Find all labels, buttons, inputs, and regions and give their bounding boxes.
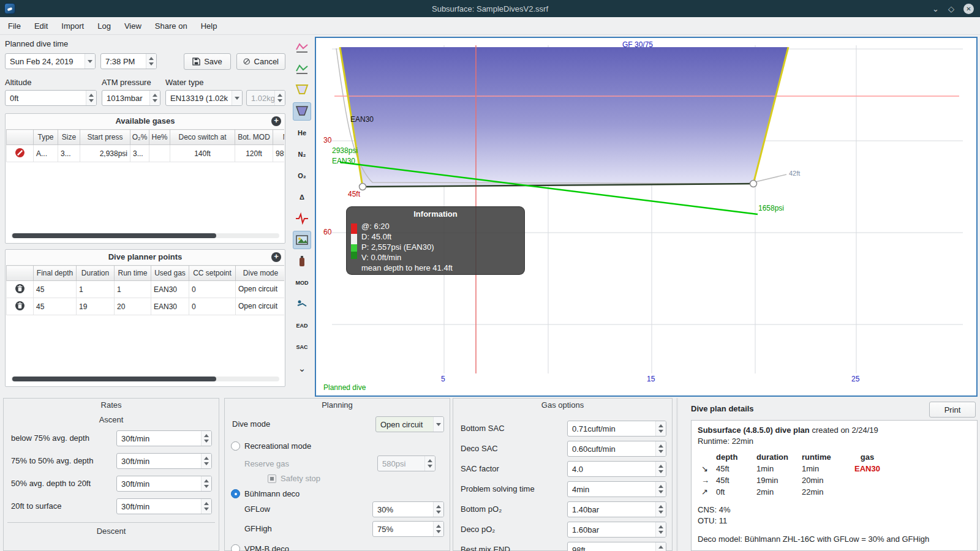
- toggle-dc-ceiling-icon[interactable]: [293, 81, 311, 99]
- gas-row[interactable]: A... 3... 2,938psi 3... 140ft 120ft 98f: [7, 145, 285, 162]
- altitude-spinbox[interactable]: 0ft: [5, 90, 97, 106]
- toggle-o2-graph-icon[interactable]: O₂: [293, 167, 311, 185]
- delete-point-icon[interactable]: [15, 283, 25, 294]
- spinner-arrows-icon[interactable]: [655, 502, 666, 517]
- toolbar-scroll-down-icon[interactable]: ⌄: [293, 359, 311, 378]
- deco-sac-spinbox[interactable]: 0.60cuft/min: [567, 441, 666, 457]
- column-header-mnd[interactable]: MN: [273, 130, 285, 145]
- toggle-he-graph-icon[interactable]: He: [293, 124, 311, 142]
- column-header[interactable]: [7, 266, 34, 281]
- available-gases-table[interactable]: Type Size Start press O₂% He% Deco switc…: [6, 129, 284, 162]
- spinner-arrows-icon[interactable]: [655, 462, 666, 476]
- toggle-heart-rate-icon[interactable]: [293, 209, 311, 228]
- recreational-mode-radio[interactable]: [231, 441, 240, 451]
- deco-po2-spinbox[interactable]: 1.60bar: [567, 522, 666, 538]
- ascent-rate-3-spinbox[interactable]: 30ft/min: [116, 476, 212, 492]
- ascent-rate-4-spinbox[interactable]: 30ft/min: [116, 498, 212, 514]
- toggle-tank-bar-icon[interactable]: [293, 252, 311, 271]
- gfhigh-spinbox[interactable]: 75%: [372, 521, 444, 537]
- delete-point-icon[interactable]: [15, 301, 25, 311]
- cancel-button[interactable]: Cancel: [236, 53, 285, 70]
- minimize-icon[interactable]: ⌄: [932, 5, 939, 13]
- menu-file[interactable]: File: [1, 19, 28, 33]
- spinner-arrows-icon[interactable]: [149, 91, 160, 105]
- cell[interactable]: 140ft: [170, 145, 235, 162]
- best-mix-end-spinbox[interactable]: 98ft: [567, 542, 666, 551]
- spinner-arrows-icon[interactable]: [86, 91, 96, 105]
- dive-profile-chart[interactable]: GF 30/75 30 60 5 15 25 EAN30 2938psi EAN…: [315, 37, 978, 397]
- toggle-ead-icon[interactable]: EAD: [293, 317, 311, 335]
- menu-view[interactable]: View: [118, 19, 148, 33]
- toggle-sac-icon[interactable]: SAC: [293, 338, 311, 356]
- toggle-pn2-graph-icon[interactable]: [293, 59, 311, 78]
- cell[interactable]: 98f: [273, 145, 285, 162]
- column-header-final-depth[interactable]: Final depth: [34, 266, 77, 281]
- bottom-po2-spinbox[interactable]: 1.40bar: [567, 501, 666, 517]
- toggle-calc-ceiling-icon[interactable]: [293, 102, 311, 121]
- spinner-arrows-icon[interactable]: [201, 454, 211, 468]
- buhlmann-deco-radio[interactable]: [231, 489, 240, 498]
- spinner-arrows-icon[interactable]: [655, 441, 666, 456]
- column-header-size[interactable]: Size: [58, 130, 80, 145]
- column-header-start-press[interactable]: Start press: [80, 130, 130, 145]
- scrollbar-thumb[interactable]: [12, 233, 216, 238]
- spinner-arrows-icon[interactable]: [655, 421, 666, 436]
- cell[interactable]: [7, 281, 34, 298]
- toggle-photos-icon[interactable]: [293, 231, 311, 249]
- spinner-arrows-icon[interactable]: [433, 522, 443, 536]
- cell[interactable]: 1: [77, 281, 115, 298]
- spinner-arrows-icon[interactable]: [201, 431, 211, 446]
- column-header-bot-mod[interactable]: Bot. MOD: [235, 130, 273, 145]
- save-button[interactable]: Save: [184, 53, 231, 70]
- spinner-arrows-icon[interactable]: [201, 476, 211, 491]
- point-row[interactable]: 45 1 1 EAN30 0 Open circuit: [7, 281, 285, 298]
- cell[interactable]: EAN30: [151, 281, 189, 298]
- vpmb-deco-radio[interactable]: [231, 544, 240, 551]
- cell[interactable]: EAN30: [151, 298, 189, 315]
- toggle-mod-icon[interactable]: MOD: [293, 274, 311, 292]
- dive-planner-points-table[interactable]: Final depth Duration Run time Used gas C…: [6, 265, 284, 315]
- column-header-type[interactable]: Type: [34, 130, 58, 145]
- cell[interactable]: 45: [34, 281, 77, 298]
- spinner-arrows-icon[interactable]: [433, 502, 443, 517]
- column-header-duration[interactable]: Duration: [77, 266, 115, 281]
- horizontal-scrollbar[interactable]: [11, 233, 279, 238]
- cell[interactable]: 3...: [130, 145, 149, 162]
- cell[interactable]: [7, 298, 34, 315]
- panel-splitter[interactable]: [676, 398, 678, 551]
- column-header-deco-switch[interactable]: Deco switch at: [170, 130, 235, 145]
- ascent-rate-1-spinbox[interactable]: 30ft/min: [116, 430, 212, 446]
- spinner-arrows-icon[interactable]: [146, 54, 156, 69]
- cell[interactable]: 45: [34, 298, 77, 315]
- toggle-po2-graph-icon[interactable]: [293, 38, 311, 56]
- ascent-rate-2-spinbox[interactable]: 30ft/min: [116, 453, 212, 469]
- toggle-n2-graph-icon[interactable]: N₂: [293, 145, 311, 163]
- toggle-delta-icon[interactable]: Δ: [293, 188, 311, 206]
- column-header-cc-setpoint[interactable]: CC setpoint: [189, 266, 236, 281]
- dive-point-handle[interactable]: [750, 181, 757, 187]
- cell[interactable]: 1: [115, 281, 151, 298]
- print-button[interactable]: Print: [929, 402, 976, 418]
- menu-edit[interactable]: Edit: [28, 19, 55, 33]
- problem-solving-time-spinbox[interactable]: 4min: [567, 481, 666, 497]
- dive-time-spinbox[interactable]: 7:38 PM: [100, 53, 157, 69]
- column-header-dive-mode[interactable]: Dive mode: [236, 266, 285, 281]
- spinner-arrows-icon[interactable]: [655, 522, 666, 537]
- column-header[interactable]: [7, 130, 34, 145]
- water-type-combobox[interactable]: EN13319 (1.02k: [165, 90, 243, 106]
- column-header-o2[interactable]: O₂%: [130, 130, 149, 145]
- cell[interactable]: 19: [77, 298, 115, 315]
- column-header-he[interactable]: He%: [149, 130, 170, 145]
- dive-date-combobox[interactable]: Sun Feb 24, 2019: [5, 53, 96, 69]
- horizontal-scrollbar[interactable]: [11, 377, 279, 381]
- maximize-icon[interactable]: ◇: [948, 5, 954, 13]
- menu-import[interactable]: Import: [55, 19, 91, 33]
- add-point-icon[interactable]: +: [271, 252, 281, 262]
- menu-log[interactable]: Log: [91, 19, 118, 33]
- column-header-used-gas[interactable]: Used gas: [151, 266, 189, 281]
- cell[interactable]: 3...: [58, 145, 80, 162]
- column-header-run-time[interactable]: Run time: [115, 266, 151, 281]
- scrollbar-thumb[interactable]: [12, 377, 216, 381]
- add-gas-icon[interactable]: +: [271, 116, 281, 126]
- delete-gas-icon[interactable]: [15, 148, 25, 158]
